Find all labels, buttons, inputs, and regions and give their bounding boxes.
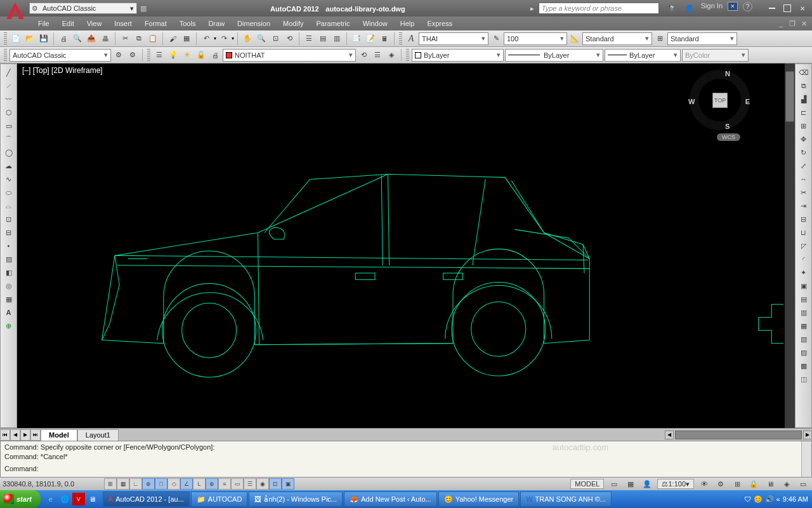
markup-icon[interactable]: 📝 — [364, 32, 377, 45]
taskbar-clock[interactable]: 9:46 AM — [783, 496, 808, 503]
signin-label[interactable]: Sign In — [701, 2, 723, 15]
tool3-icon[interactable]: ▤ — [797, 293, 811, 305]
viewcube-top[interactable]: TOP — [712, 93, 728, 108]
tool8-icon[interactable]: ▩ — [797, 359, 811, 372]
task-picviewer[interactable]: 🖼ảnh(2) - Windows Pic... — [249, 491, 343, 507]
mtext-icon[interactable]: A — [2, 306, 16, 319]
mirror-icon[interactable]: ▟ — [797, 93, 811, 105]
grip-icon[interactable] — [147, 49, 150, 62]
task-yahoo[interactable]: 😊Yahoo! Messenger — [438, 491, 520, 507]
pan-icon[interactable]: ✋ — [241, 32, 254, 45]
3dosnap-toggle[interactable]: ◇ — [167, 478, 180, 490]
tp-toggle[interactable]: ▣ — [282, 478, 294, 490]
tool7-icon[interactable]: ▨ — [797, 346, 811, 359]
tool2-icon[interactable]: ▣ — [797, 279, 811, 292]
explode-icon[interactable]: ✦ — [797, 266, 811, 279]
task-firefox[interactable]: 🦊Add New Post ‹ Auto... — [344, 491, 437, 507]
workspace-combo[interactable]: AutoCAD Classic▾ — [10, 49, 111, 62]
grip-icon[interactable] — [399, 32, 402, 45]
ie-icon[interactable]: e — [44, 493, 57, 505]
tool5-icon[interactable]: ▦ — [797, 319, 811, 332]
hscroll-right-button[interactable]: ▶ — [803, 431, 812, 439]
canvas-vscrollbar[interactable] — [785, 64, 795, 428]
wcs-badge[interactable]: WCS — [717, 133, 740, 141]
viewcube[interactable]: TOP N E S W — [690, 70, 750, 130]
zoom-realtime-icon[interactable]: 🔍 — [255, 32, 268, 45]
copy-icon[interactable]: ⧉ — [133, 32, 145, 45]
tab-model[interactable]: Model — [41, 429, 77, 441]
sb-lock-icon[interactable]: 🔒 — [747, 478, 760, 490]
tray-shield-icon[interactable]: 🛡 — [744, 495, 751, 503]
addselect-icon[interactable]: ⊕ — [2, 319, 16, 332]
erase-icon[interactable]: ⌫ — [797, 66, 811, 79]
dim-style-icon[interactable]: 📐 — [568, 32, 581, 45]
menu-file[interactable]: File — [32, 17, 56, 30]
tab-last-button[interactable]: ⏭ — [30, 429, 41, 441]
menu-view[interactable]: View — [81, 17, 108, 30]
menu-express[interactable]: Express — [421, 17, 459, 30]
tool9-icon[interactable]: ◫ — [797, 373, 811, 385]
task-autocad[interactable]: AAutoCAD 2012 - [au... — [103, 491, 190, 507]
drawing-canvas[interactable]: [–] [Top] [2D Wireframe] — [17, 64, 785, 428]
point-icon[interactable]: • — [2, 239, 16, 252]
text-height-combo[interactable]: 100▾ — [504, 32, 567, 45]
osnap-toggle[interactable]: □ — [155, 478, 167, 490]
snap-toggle[interactable]: ⊞ — [104, 478, 117, 490]
line-icon[interactable]: ╱ — [2, 66, 16, 79]
tab-prev-button[interactable]: ◀ — [10, 429, 20, 441]
text-height-icon[interactable]: ✎ — [490, 32, 502, 45]
layer-prev-icon[interactable]: ⟲ — [357, 49, 370, 62]
minimize-button[interactable] — [765, 3, 779, 14]
copy-obj-icon[interactable]: ⧉ — [797, 79, 811, 92]
design-center-icon[interactable]: ▤ — [317, 32, 329, 45]
tool-palettes-icon[interactable]: ▥ — [331, 32, 343, 45]
maximize-button[interactable] — [780, 3, 794, 14]
annovisibility-icon[interactable]: 👁 — [698, 478, 710, 490]
workspace-gear-icon[interactable]: ⚙ — [126, 49, 139, 62]
break-icon[interactable]: ⊟ — [797, 213, 811, 225]
layer-iso-icon[interactable]: ◈ — [385, 49, 398, 62]
signin-person-icon[interactable]: 👤 — [683, 2, 696, 15]
cut-icon[interactable]: ✂ — [119, 32, 131, 45]
menu-format[interactable]: Format — [138, 17, 173, 30]
close-button[interactable] — [796, 3, 809, 14]
tool6-icon[interactable]: ▧ — [797, 333, 811, 345]
lwt-toggle[interactable]: ≡ — [218, 478, 231, 490]
am-toggle[interactable]: ⊡ — [269, 478, 282, 490]
calc-icon[interactable]: 🖩 — [378, 32, 391, 45]
redo-icon[interactable]: ↷ — [218, 32, 230, 45]
otrack-toggle[interactable]: ∠ — [180, 478, 193, 490]
ellipse-arc-icon[interactable]: ⌓ — [2, 199, 16, 212]
make-block-icon[interactable]: ⊟ — [2, 226, 16, 239]
save-icon[interactable]: 💾 — [37, 32, 50, 45]
linetype-combo[interactable]: ByLayer▾ — [605, 49, 681, 62]
layer-combo[interactable]: NOITHAT▾ — [223, 49, 356, 62]
sb-gear-icon[interactable]: ⚙ — [714, 478, 727, 490]
paste-icon[interactable]: 📋 — [147, 32, 159, 45]
print-icon[interactable]: 🖨 — [57, 32, 70, 45]
revcloud-icon[interactable]: ☁ — [2, 159, 16, 172]
table-icon[interactable]: ▦ — [2, 293, 16, 305]
clean-screen-icon[interactable]: ▭ — [797, 478, 809, 490]
hatch-icon[interactable]: ▨ — [2, 253, 16, 265]
layer-plot-icon[interactable]: 🖨 — [209, 49, 221, 62]
chamfer-icon[interactable]: ◸ — [797, 239, 811, 252]
mdi-close-button[interactable]: ✕ — [798, 18, 809, 29]
ortho-toggle[interactable]: ∟ — [129, 478, 142, 490]
model-space-button[interactable]: MODEL — [570, 479, 604, 489]
spline-icon[interactable]: ∿ — [2, 173, 16, 185]
publish-icon[interactable]: 📤 — [85, 32, 98, 45]
tab-next-button[interactable]: ▶ — [20, 429, 30, 441]
move-icon[interactable]: ✥ — [797, 133, 811, 145]
ellipse-icon[interactable]: ⬭ — [2, 186, 16, 199]
trim-icon[interactable]: ✂ — [797, 186, 811, 199]
annotation-scale[interactable]: ⚖ 1:100 ▾ — [657, 479, 694, 489]
compass-w[interactable]: W — [688, 98, 695, 105]
fillet-icon[interactable]: ◜ — [797, 253, 811, 265]
new-icon[interactable]: 📄 — [10, 32, 22, 45]
system-tray[interactable]: 🛡 😊 🔊 « 9:46 AM — [740, 495, 812, 504]
tray-smiley-icon[interactable]: 😊 — [754, 495, 763, 504]
gradient-icon[interactable]: ◧ — [2, 266, 16, 279]
task-word[interactable]: WTRAN SONG ANH ©... — [520, 491, 612, 507]
menu-tools[interactable]: Tools — [173, 17, 202, 30]
